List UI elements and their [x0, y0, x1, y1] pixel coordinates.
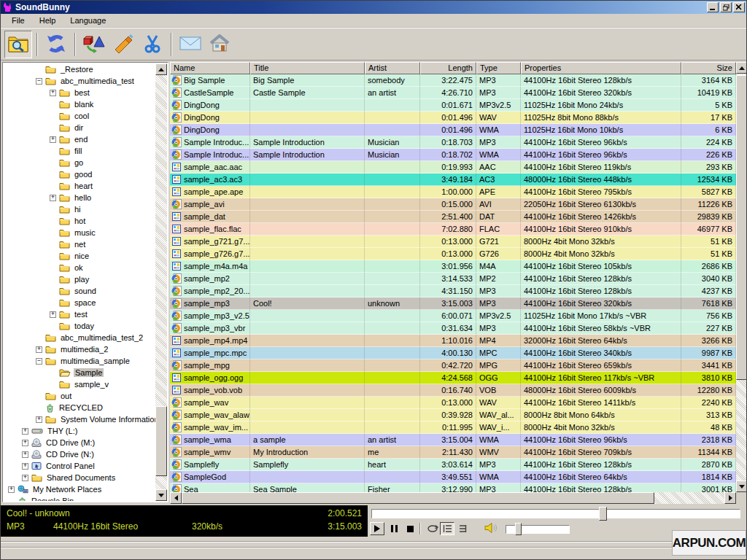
expand-icon[interactable]: + [8, 486, 15, 493]
menu-language[interactable]: Language [63, 15, 112, 26]
table-row[interactable]: DingDong0:01.671MP3v2.511025Hz 16bit Mon… [170, 99, 736, 112]
tree-item-sample-v[interactable]: sample_v [4, 378, 155, 390]
table-row[interactable]: sample_g726.g7...0:13.000G7268000Hz 4bit… [170, 248, 736, 260]
tree-item-blank[interactable]: blank [4, 98, 155, 110]
tree-item-hot[interactable]: hot [4, 215, 155, 227]
table-row[interactable]: sample_mpc.mpc4:00.130MPC44100Hz 16bit S… [170, 347, 736, 359]
tree-item-nice[interactable]: nice [4, 250, 155, 262]
stop-button[interactable] [403, 522, 417, 535]
tree-item-multimedia-2[interactable]: +multimedia_2 [4, 343, 155, 355]
table-row[interactable]: sample_mp3_v2.56:00.071MP3v2.511025Hz 16… [170, 310, 736, 322]
tree-item-thy-l-[interactable]: +THY (L:) [4, 425, 155, 437]
list-scroll-up-button[interactable] [736, 62, 747, 74]
column-header-artist[interactable]: Artist [365, 62, 420, 74]
menu-file[interactable]: File [5, 15, 31, 26]
tree-item-system-volume-information[interactable]: +System Volume Information [4, 413, 155, 425]
menu-help[interactable]: Help [33, 15, 63, 26]
seek-slider-thumb[interactable] [599, 507, 607, 521]
column-header-length[interactable]: Length [420, 62, 476, 74]
list-scroll-left-button[interactable] [170, 492, 182, 504]
table-row[interactable]: Sample Introduc...Sample IntroductionMus… [170, 136, 736, 149]
table-row[interactable]: CastleSampleCastle Samplean artist4:26.7… [170, 87, 736, 99]
table-row[interactable]: SeaSea SampleFisher3:12.990MP344100Hz 16… [170, 483, 736, 492]
tree-item-end[interactable]: +end [4, 133, 155, 145]
list-scroll-down-button[interactable] [736, 481, 747, 492]
expand-icon[interactable]: + [22, 463, 28, 470]
tree-item-multimedia-sample[interactable]: −multimedia_sample [4, 355, 155, 367]
table-row[interactable]: sample_vob.vob0:16.740VOB48000Hz 16bit S… [170, 384, 736, 397]
repeat-one-toggle[interactable] [425, 522, 440, 535]
tree-item-cd-drive-n-[interactable]: +CD Drive (N:) [4, 448, 155, 460]
tree-item-heart[interactable]: heart [4, 180, 155, 192]
tree-item-dir[interactable]: dir [4, 122, 155, 133]
sequential-list-toggle[interactable] [454, 522, 469, 535]
expand-icon[interactable]: + [50, 136, 56, 143]
tree-item-good[interactable]: good [4, 168, 155, 180]
column-header-size[interactable]: Size [681, 62, 736, 74]
column-header-properties[interactable]: Properties [521, 62, 681, 74]
list-horizontal-scrollbar[interactable] [170, 492, 736, 504]
expand-icon[interactable]: + [36, 346, 42, 353]
volume-slider-thumb[interactable] [515, 523, 522, 535]
expand-icon[interactable]: + [50, 195, 56, 201]
table-row[interactable]: SampleflySampleflyheart3:03.614MP344100H… [170, 459, 736, 471]
table-row[interactable]: Big SampleBig Samplesomebody3:22.475MP34… [170, 74, 736, 87]
column-header-title[interactable]: Title [250, 62, 365, 74]
tree-item-shared-documents[interactable]: +Shared Documents [4, 472, 155, 483]
table-row[interactable]: SampleGod3:49.551WMA44100Hz 16bit Stereo… [170, 471, 736, 483]
table-row-selected[interactable]: sample_mp3Cool!unknown3:15.003MP344100Hz… [170, 298, 736, 310]
table-row[interactable]: sample_wmvMy Introductionme2:11.430WMV44… [170, 446, 736, 459]
list-vertical-scrollbar[interactable] [736, 62, 747, 492]
column-header-type[interactable]: Type [476, 62, 521, 74]
tree-item-hi[interactable]: hi [4, 203, 155, 215]
tree-item-hello[interactable]: +hello [4, 192, 155, 203]
table-row[interactable]: sample_avi0:15.000AVI22050Hz 16bit Stere… [170, 198, 736, 211]
expand-icon[interactable]: + [22, 428, 28, 435]
expand-icon[interactable]: + [50, 90, 56, 96]
collapse-icon[interactable]: − [36, 78, 42, 85]
tree-item-test[interactable]: +test [4, 308, 155, 320]
table-row[interactable]: DingDong0:01.496WMA11025Hz 16bit Mono 10… [170, 124, 736, 136]
expand-icon[interactable]: + [22, 475, 28, 481]
speaker-icon[interactable] [484, 521, 498, 534]
table-row[interactable]: sample_mpg0:42.720MPG44100Hz 16bit Stere… [170, 359, 736, 372]
tree-item-sound[interactable]: sound [4, 285, 155, 297]
tree-item-control-panel[interactable]: +Control Panel [4, 460, 155, 472]
browse-folder-button[interactable] [4, 31, 32, 58]
table-row[interactable]: sample_mp4.mp41:10.016MP432000Hz 16bit S… [170, 335, 736, 347]
table-row[interactable]: Sample Introduc...Sample IntroductionMus… [170, 149, 736, 161]
tree-item-go[interactable]: go [4, 157, 155, 168]
tree-item-net[interactable]: net [4, 238, 155, 250]
tree-item-my-network-places[interactable]: +My Network Places [4, 483, 155, 495]
list-hscroll-thumb[interactable] [182, 492, 654, 504]
expand-icon[interactable]: + [22, 440, 28, 446]
table-row[interactable]: sample_flac.flac7:02.880FLAC44100Hz 16bi… [170, 223, 736, 236]
tree-item-abc-multimedia-test-2[interactable]: abc_multimedia_test_2 [4, 332, 155, 343]
list-scroll-right-button[interactable] [724, 492, 736, 504]
expand-icon[interactable]: + [22, 451, 28, 458]
tree-scroll-up-button[interactable] [155, 63, 167, 75]
table-row[interactable]: sample_ape.ape1:00.000APE44100Hz 16bit S… [170, 186, 736, 198]
table-row[interactable]: sample_m4a.m4a3:01.956M4A44100Hz 16bit S… [170, 260, 736, 273]
tree-item-play[interactable]: play [4, 273, 155, 285]
tree-item-ok[interactable]: ok [4, 262, 155, 273]
play-button[interactable] [370, 522, 384, 535]
cut-button[interactable] [139, 31, 166, 58]
minimize-button[interactable] [707, 2, 719, 12]
table-row[interactable]: sample_g721.g7...0:13.000G7218000Hz 4bit… [170, 236, 736, 248]
restore-button[interactable] [720, 2, 732, 12]
refresh-button[interactable] [42, 31, 70, 58]
tree-item-music[interactable]: music [4, 227, 155, 238]
tree-item-space[interactable]: space [4, 297, 155, 308]
tree-item--restore[interactable]: _Restore [4, 63, 155, 75]
list-scroll-thumb[interactable] [736, 75, 747, 380]
tree-scroll-down-button[interactable] [155, 489, 167, 501]
expand-icon[interactable]: + [50, 311, 56, 318]
table-row[interactable]: sample_wav_im...0:11.995WAV_i...8000Hz 4… [170, 421, 736, 434]
table-row[interactable]: sample_wav_alaw0:39.928WAV_al...8000Hz 8… [170, 409, 736, 421]
tree-scrollbar[interactable] [155, 63, 167, 501]
tree-item-fill[interactable]: fill [4, 145, 155, 157]
close-button[interactable] [733, 2, 745, 12]
tree-item-abc-multimedia-test[interactable]: −abc_multimedia_test [4, 75, 155, 87]
table-row[interactable]: sample_mp23:14.533MP244100Hz 16bit Stere… [170, 273, 736, 285]
